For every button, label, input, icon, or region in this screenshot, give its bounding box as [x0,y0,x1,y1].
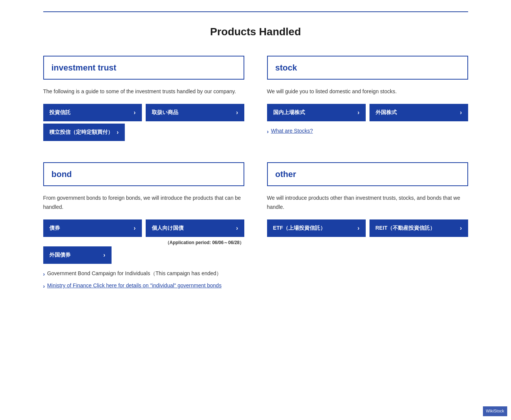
section-header-bond: bond [43,162,244,186]
link-chevron-icon: › [43,270,45,278]
buttons-row-2-investment-trust: 積立投信（定時定額買付）› [43,124,244,141]
section-description-other: We will introduce products other than in… [267,194,468,212]
section-header-other: other [267,162,468,186]
buttons-row-1-bond: 債券›個人向け国債› [43,219,244,237]
chevron-icon: › [134,225,135,232]
btn-individual-bonds[interactable]: 個人向け国債› [146,219,244,237]
section-investment-trust: investment trustThe following is a guide… [43,56,244,143]
buttons-row-1-stock: 国内上場株式›外国株式› [267,104,468,121]
section-other: otherWe will introduce products other th… [267,162,468,294]
btn-foreign-bonds[interactable]: 外国債券› [43,246,112,264]
link-chevron-icon: › [43,282,45,290]
chevron-icon: › [460,109,462,116]
section-header-investment-trust: investment trust [43,56,244,80]
section-title-bond: bond [52,169,72,179]
section-title-other: other [275,169,296,179]
btn-foreign-stock[interactable]: 外国株式› [369,104,468,121]
btn-reit[interactable]: REIT（不動産投資信託）› [369,219,468,237]
link-list-bond: ›Government Bond Campaign for Individual… [43,269,244,291]
chevron-icon: › [460,225,462,232]
link-list-stock: ›What are Stocks? [267,127,468,136]
buttons-row-2-bond: 外国債券› [43,246,244,264]
section-title-investment-trust: investment trust [52,63,116,72]
chevron-icon: › [357,109,359,116]
buttons-row-1-investment-trust: 投資信託›取扱い商品› [43,104,244,121]
page-wrapper: Products Handled investment trustThe fol… [28,0,483,317]
note-text-bond: （Application period: 06/06～06/28） [43,239,244,246]
btn-domestic-stock[interactable]: 国内上場株式› [267,104,366,121]
btn-regular-investment[interactable]: 積立投信（定時定額買付）› [43,124,125,141]
btn-investment-trust[interactable]: 投資信託› [43,104,142,121]
link-text-bond-0: Government Bond Campaign for Individuals… [47,269,222,277]
link-chevron-icon: › [267,127,269,136]
section-description-investment-trust: The following is a guide to some of the … [43,87,244,96]
chevron-icon: › [103,252,105,259]
link-text-stock-0[interactable]: What are Stocks? [271,127,313,135]
top-divider [43,11,468,12]
section-description-stock: We will guide you to listed domestic and… [267,87,468,96]
section-description-bond: From government bonds to foreign bonds, … [43,194,244,212]
btn-bonds[interactable]: 債券› [43,219,142,237]
section-title-stock: stock [275,63,297,72]
chevron-icon: › [117,129,119,136]
sections-grid: investment trustThe following is a guide… [43,56,468,294]
chevron-icon: › [236,225,238,232]
section-stock: stockWe will guide you to listed domesti… [267,56,468,143]
btn-handled-products[interactable]: 取扱い商品› [146,104,244,121]
btn-etf[interactable]: ETF（上場投資信託）› [267,219,366,237]
link-item-stock-0: ›What are Stocks? [267,127,468,136]
chevron-icon: › [357,225,359,232]
buttons-row-1-other: ETF（上場投資信託）›REIT（不動産投資信託）› [267,219,468,237]
link-item-bond-0: ›Government Bond Campaign for Individual… [43,269,244,278]
link-item-bond-1: ›Ministry of Finance Click here for deta… [43,281,244,290]
chevron-icon: › [134,109,135,116]
page-title: Products Handled [43,24,468,41]
link-text-bond-1[interactable]: Ministry of Finance Click here for detai… [47,281,222,290]
section-bond: bondFrom government bonds to foreign bon… [43,162,244,294]
section-header-stock: stock [267,56,468,80]
chevron-icon: › [236,109,238,116]
